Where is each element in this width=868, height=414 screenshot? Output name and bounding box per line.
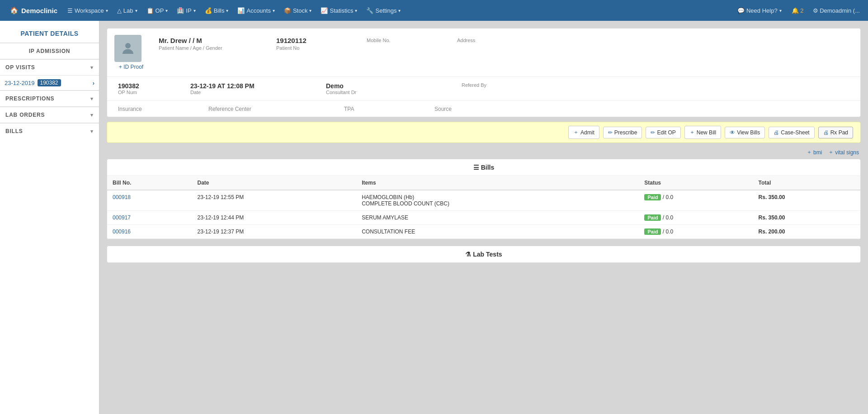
- notification-bell[interactable]: 🔔 2: [788, 7, 807, 14]
- op-num-label: OP Num: [118, 90, 183, 95]
- patient-number-label: Patient No: [276, 45, 358, 51]
- id-proof-link[interactable]: + ID Proof: [119, 64, 143, 70]
- settings-caret: ▾: [398, 8, 401, 13]
- case-sheet-button[interactable]: 🖨 Case-Sheet: [769, 127, 814, 138]
- nav-bills[interactable]: 💰 Bills ▾: [200, 0, 233, 21]
- sidebar-visit-date: 23-12-2019: [5, 80, 35, 86]
- source-cell: Source: [431, 105, 521, 113]
- patient-visit-row: 190382 OP Num 23-12-19 AT 12:08 PM Date …: [107, 77, 860, 101]
- col-bill-no: Bill No.: [107, 176, 192, 190]
- bill-status-cell: Paid / 0.0: [639, 225, 753, 239]
- statistics-icon: 📈: [321, 7, 328, 14]
- op-icon: 📋: [146, 7, 154, 14]
- nav-settings[interactable]: 🔧 Settings ▾: [362, 0, 405, 21]
- vital-signs-link[interactable]: ＋ vital signs: [828, 148, 859, 156]
- nav-stock[interactable]: 📦 Stock ▾: [279, 0, 316, 21]
- patient-address-label: Address: [457, 38, 849, 43]
- bill-number-link[interactable]: 000916: [113, 228, 131, 235]
- patient-card: + ID Proof Mr. Drew / / M Patient Name /…: [107, 28, 861, 117]
- referred-label: Refered By: [462, 82, 545, 88]
- status-badge: Paid: [644, 214, 661, 221]
- workspace-icon: ☰: [67, 7, 73, 14]
- new-bill-button[interactable]: ＋ New Bill: [684, 126, 721, 139]
- col-date: Date: [192, 176, 357, 190]
- patient-mobile-cell: Mobile No.: [362, 35, 453, 52]
- nav-help[interactable]: 💬 Need Help? ▾: [733, 7, 786, 14]
- bill-no-cell: 000917: [107, 211, 192, 225]
- table-row: 00091723-12-19 12:44 PMSERUM AMYLASEPaid…: [107, 211, 860, 225]
- op-caret: ▾: [165, 8, 168, 13]
- sidebar-lab-orders-section: LAB ORDERS ▾: [0, 106, 99, 123]
- tpa-label: TPA: [344, 106, 354, 112]
- bill-status-cell: Paid / 0.0: [639, 211, 753, 225]
- bills-sidebar-label: BILLS: [5, 128, 23, 134]
- op-visits-caret: ▾: [90, 65, 94, 71]
- bill-date-cell: 23-12-19 12:44 PM: [192, 211, 357, 225]
- patient-name-label: Patient Name / Age / Gender: [159, 45, 267, 51]
- col-total: Total: [753, 176, 860, 190]
- patient-number-value: 19120112: [276, 37, 358, 44]
- edit-op-button[interactable]: ✏ Edit OP: [646, 127, 680, 138]
- admin-menu[interactable]: ⚙ Demoadmin (...: [809, 7, 864, 14]
- visit-date-label: Date: [190, 90, 319, 95]
- bill-no-cell: 000916: [107, 225, 192, 239]
- patient-number-cell: 19120112 Patient No: [272, 35, 362, 52]
- help-icon: 💬: [737, 7, 745, 14]
- tpa-cell: TPA: [340, 105, 431, 113]
- visit-date-value: 23-12-19 AT 12:08 PM: [190, 82, 319, 90]
- visit-date-cell: 23-12-19 AT 12:08 PM Date: [187, 81, 322, 96]
- admit-button[interactable]: ＋ Admit: [568, 126, 599, 139]
- statistics-caret: ▾: [355, 8, 357, 13]
- case-sheet-icon: 🖨: [774, 129, 779, 136]
- edit-op-icon: ✏: [651, 129, 655, 136]
- top-navigation: 🏠 Democlinic ☰ Workspace ▾ △ Lab ▾ 📋 OP …: [0, 0, 868, 21]
- view-bills-icon: 👁: [730, 129, 735, 136]
- sidebar-visit-row[interactable]: 23-12-2019 190382 ›: [0, 75, 99, 90]
- sidebar-item-op-visits[interactable]: OP VISITS ▾: [0, 59, 99, 75]
- nav-statistics[interactable]: 📈 Statistics ▾: [316, 0, 362, 21]
- brand-logo[interactable]: 🏠 Democlinic: [5, 6, 63, 14]
- prescriptions-label: PRESCRIPTIONS: [5, 95, 54, 102]
- home-icon: 🏠: [10, 6, 19, 14]
- sidebar-visit-arrow: ›: [93, 80, 94, 86]
- sidebar-item-ip-admission[interactable]: IP ADMISSION: [0, 43, 99, 59]
- bill-total-cell: Rs. 350.00: [753, 211, 860, 225]
- sidebar-item-lab-orders[interactable]: LAB ORDERS ▾: [0, 107, 99, 123]
- bills-nav-caret: ▾: [226, 8, 228, 13]
- help-caret: ▾: [779, 8, 782, 13]
- nav-op[interactable]: 📋 OP ▾: [142, 0, 173, 21]
- extra-links: ＋ bmi ＋ vital signs: [107, 147, 861, 159]
- bill-total-cell: Rs. 200.00: [753, 225, 860, 239]
- patient-meta-row: Insurance Reference Center TPA Source: [107, 101, 860, 117]
- brand-name: Democlinic: [21, 7, 57, 14]
- bill-date-cell: 23-12-19 12:55 PM: [192, 190, 357, 211]
- reference-center-cell: Reference Center: [205, 105, 340, 113]
- sidebar-prescriptions-section: PRESCRIPTIONS ▾: [0, 90, 99, 106]
- nav-lab[interactable]: △ Lab ▾: [113, 0, 142, 21]
- nav-ip[interactable]: 🏥 IP ▾: [172, 0, 200, 21]
- insurance-cell: Insurance: [114, 105, 205, 113]
- patient-avatar: [114, 35, 142, 62]
- nav-workspace[interactable]: ☰ Workspace ▾: [63, 0, 113, 21]
- nav-accounts[interactable]: 📊 Accounts ▾: [233, 0, 279, 21]
- avatar-icon: [120, 40, 136, 57]
- bill-items-cell: CONSULTATION FEE: [356, 225, 639, 239]
- consultant-cell: Demo Consultant Dr: [322, 81, 458, 96]
- bill-number-link[interactable]: 000918: [113, 194, 131, 200]
- sidebar-item-prescriptions[interactable]: PRESCRIPTIONS ▾: [0, 90, 99, 106]
- stock-caret: ▾: [309, 8, 311, 13]
- prescribe-button[interactable]: ✏ Prescribe: [603, 127, 642, 138]
- bmi-link[interactable]: ＋ bmi: [807, 148, 822, 156]
- rx-pad-button[interactable]: 🖨 Rx Pad: [818, 127, 853, 138]
- workspace-caret: ▾: [106, 8, 108, 13]
- sidebar-bills-section: BILLS ▾: [0, 123, 99, 139]
- sidebar-item-bills[interactable]: BILLS ▾: [0, 123, 99, 139]
- bill-number-link[interactable]: 000917: [113, 214, 131, 221]
- status-extra: / 0.0: [663, 214, 673, 221]
- view-bills-button[interactable]: 👁 View Bills: [725, 127, 765, 138]
- new-bill-icon: ＋: [689, 128, 695, 136]
- admit-icon: ＋: [573, 128, 579, 136]
- patient-info-grid: Mr. Drew / / M Patient Name / Age / Gend…: [154, 35, 853, 52]
- insurance-label: Insurance: [118, 106, 142, 112]
- status-badge: Paid: [644, 194, 661, 200]
